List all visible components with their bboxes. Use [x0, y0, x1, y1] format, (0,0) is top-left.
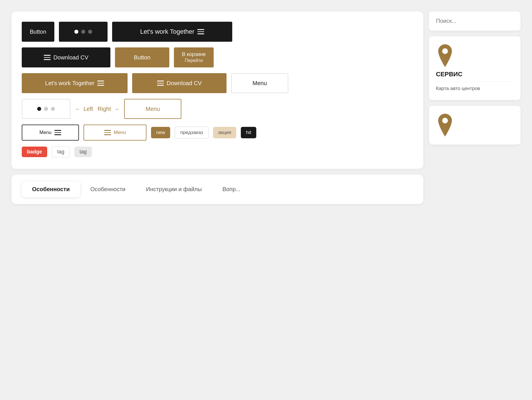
button-black-1[interactable]: Button	[22, 22, 54, 42]
tab-instruktsii[interactable]: Инструкции и файлы	[136, 181, 212, 197]
tabs-card: Особенности Особенности Инструкции и фай…	[11, 175, 423, 204]
buttons-card: Button Let's work Together	[11, 11, 423, 169]
lets-work-button-black[interactable]: Let's work Together	[112, 22, 232, 42]
menu-button-outline-tan[interactable]: Menu	[124, 99, 181, 119]
menu-button-white[interactable]: Menu	[231, 73, 288, 93]
button-row-3: Let's work Together Download CV Menu	[22, 73, 413, 93]
tab-osobennosti[interactable]: Особенности	[80, 181, 136, 197]
dots-button-outline[interactable]	[22, 99, 70, 119]
hamburger-icon	[197, 29, 204, 34]
arrow-right-icon: →	[114, 106, 120, 112]
download-cv-button-tan[interactable]: Download CV	[132, 73, 227, 93]
tag-light-1[interactable]: tag	[52, 146, 70, 157]
dot-3	[88, 30, 92, 34]
left-arrow-button[interactable]: ← Left	[75, 106, 93, 112]
button-row-1: Button Let's work Together	[22, 22, 413, 42]
badge-row: badge tag tag	[22, 146, 413, 157]
button-row-4: ← Left Right → Menu	[22, 99, 413, 119]
map-pin-icon-1	[436, 44, 454, 67]
menu-outline-black-small[interactable]: Menu	[22, 125, 79, 141]
arrow-left-icon: ←	[75, 106, 81, 112]
right-panel: СЕРВИС Карта авто центров	[429, 11, 521, 389]
tab-active[interactable]: Особенности	[22, 181, 80, 197]
svg-point-1	[442, 118, 448, 123]
divider-1	[436, 81, 514, 82]
service-card-1: СЕРВИС Карта авто центров	[429, 36, 521, 100]
svg-point-0	[442, 48, 448, 54]
dot-gray-1	[44, 107, 48, 111]
v-korzine-button[interactable]: В корзине Перейти	[174, 47, 214, 67]
hamburger-icon-2	[44, 55, 51, 60]
hamburger-icon-6	[104, 130, 111, 135]
label-sale[interactable]: акция	[213, 127, 236, 138]
menu-outline-tan-small[interactable]: Menu	[84, 125, 146, 141]
badge-red[interactable]: badge	[22, 147, 47, 157]
lets-work-button-tan[interactable]: Let's work Together	[22, 73, 128, 93]
map-pin-icon-2	[436, 114, 454, 137]
dot-gray-2	[51, 107, 55, 111]
dot-1	[74, 30, 78, 34]
service-desc-1: Карта авто центров	[436, 85, 480, 92]
button-tan-1[interactable]: Button	[115, 47, 169, 67]
button-row-5: Menu Menu new предзаказ акция hit	[22, 125, 413, 141]
hamburger-icon-4	[157, 81, 164, 86]
label-new[interactable]: new	[151, 127, 170, 138]
search-input[interactable]	[429, 11, 521, 31]
tag-gray-1[interactable]: tag	[74, 147, 92, 157]
hamburger-icon-3	[97, 81, 104, 86]
dot-2	[81, 30, 85, 34]
dots-button-black[interactable]	[59, 22, 108, 42]
label-hit[interactable]: hit	[241, 127, 256, 138]
hamburger-icon-5	[54, 130, 61, 135]
download-cv-button-black[interactable]: Download CV	[22, 47, 110, 67]
search-card	[429, 11, 521, 31]
tab-voprosy[interactable]: Вопр...	[212, 181, 251, 197]
button-row-2: Download CV Button В корзине Перейти	[22, 47, 413, 67]
label-preorder[interactable]: предзаказ	[175, 127, 209, 139]
dot-dark-1	[37, 107, 41, 111]
service-card-2	[429, 106, 521, 145]
service-title-1: СЕРВИС	[436, 71, 462, 78]
right-arrow-button[interactable]: Right →	[98, 106, 120, 112]
